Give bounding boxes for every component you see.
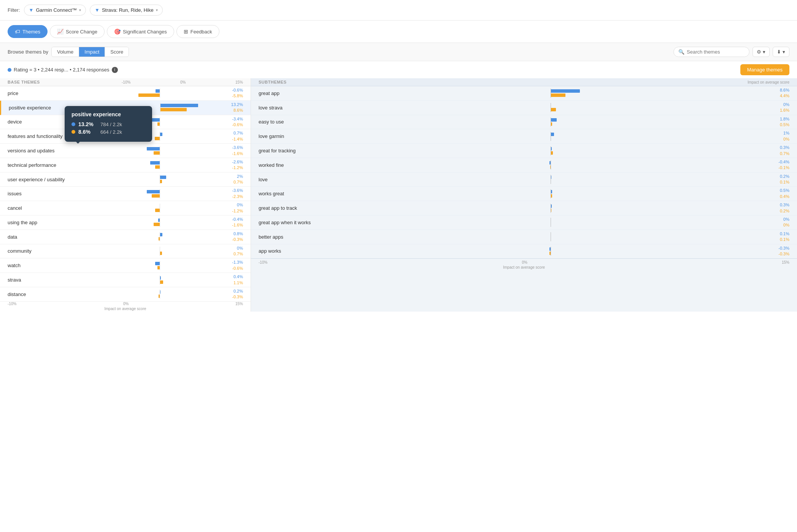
subtheme-row[interactable]: great app8.6%4.4% [251,86,797,101]
subtheme-score-values: 0.3%0.7% [767,145,789,157]
subtheme-name: love [259,177,335,182]
score-values: 0.8%-0.3% [220,231,243,243]
browse-tab-volume[interactable]: Volume [52,47,79,57]
subtheme-row[interactable]: love0.2%0.1% [251,173,797,187]
theme-name: technical performance [8,162,99,168]
filter-strava-btn[interactable]: ▼ Strava: Run, Ride, Hike ▾ [90,5,163,16]
right-axis-pos-bottom: 15% [782,260,789,264]
tooltip-row-1: 13.2% 784 / 2.2k [71,121,145,127]
theme-row[interactable]: using the app-0.4%-1.6% [0,215,251,230]
tab-feedback[interactable]: ⊞ Feedback [176,25,219,38]
left-axis-neg-bottom: -10% [8,302,16,306]
subtheme-name: love garmin [259,133,335,139]
score-orange: -0.6% [220,122,243,128]
axis-line [160,146,160,155]
left-bottom-axis: -10% 0% 15% [0,302,251,306]
theme-row[interactable]: data0.8%-0.3% [0,230,251,244]
tooltip-dot-blue [71,122,75,126]
subtheme-bar-area [335,146,767,156]
info-icon[interactable]: i [112,67,118,73]
search-box[interactable]: 🔍 [673,47,749,57]
bar-orange [152,194,160,198]
browse-tabs: Volume Impact Score [51,47,129,57]
subtheme-name: worked fine [259,162,335,168]
theme-row[interactable]: price-0.6%-5.8% [0,86,251,101]
score-orange: -0.6% [220,266,243,271]
theme-name: strava [8,277,99,283]
tooltip: positive experience 13.2% 784 / 2.2k 8.6… [65,106,152,142]
score-blue: -3.6% [220,145,243,150]
bar-orange [155,165,159,169]
significant-changes-icon: 🎯 [114,28,121,35]
feedback-icon: ⊞ [184,28,188,35]
subtheme-row[interactable]: app works-0.3%-0.3% [251,244,797,259]
axis-line [160,160,160,169]
bar-blue [147,190,160,193]
tooltip-dot-orange [71,130,75,134]
score-blue: 13.2% [220,102,243,108]
theme-name: community [8,248,99,254]
subtheme-name: love strava [259,105,335,111]
theme-row[interactable]: versions and updates-3.6%-1.6% [0,144,251,158]
axis-line [160,175,160,184]
score-values: 0.2%-0.3% [220,288,243,300]
theme-name: issues [8,191,99,196]
bar-area [99,217,220,228]
subtheme-row[interactable]: better apps0.1%0.1% [251,230,797,244]
theme-row[interactable]: issues-3.6%-2.3% [0,187,251,201]
left-axis-zero-bottom: 0% [123,302,129,306]
subtheme-row[interactable]: love strava0%1.6% [251,101,797,115]
browse-tab-score[interactable]: Score [105,47,129,57]
chevron-icon-1: ▾ [79,8,81,12]
manage-themes-btn[interactable]: Manage themes [740,64,789,75]
subtheme-row[interactable]: love garmin1%0% [251,129,797,144]
download-icon: ⬇ [777,49,781,55]
theme-row[interactable]: strava0.4%1.1% [0,273,251,287]
left-axis-pos-bottom: 15% [235,302,243,306]
search-icon: 🔍 [678,49,684,55]
main-content: BASE THEMES -10% 0% 15% positive experie… [0,78,797,312]
score-orange: -2.3% [220,194,243,200]
bar-blue [147,147,160,150]
axis-line [160,276,160,285]
subtheme-row[interactable]: great app when it works0%0% [251,215,797,230]
search-input[interactable] [687,49,745,55]
filter-garmin-label: Garmin Connect™ [36,7,77,13]
subtheme-row[interactable]: works great0.5%0.4% [251,187,797,201]
bar-blue [155,262,160,265]
subtheme-row[interactable]: easy to use1.8%0.5% [251,115,797,130]
theme-row[interactable]: community0%0.7% [0,244,251,259]
score-orange: -1.6% [220,151,243,157]
subtheme-row[interactable]: great for tracking0.3%0.7% [251,144,797,158]
score-orange: -1.4% [220,136,243,142]
subtheme-bar-area [335,203,767,214]
subtheme-bar-area [335,160,767,170]
tab-score-change[interactable]: 📈 Score Change [50,25,105,38]
tab-significant-changes[interactable]: 🎯 Significant Changes [107,25,174,38]
theme-row[interactable]: distance0.2%-0.3% [0,287,251,302]
axis-line [160,103,160,112]
score-blue: 0.4% [220,274,243,280]
tooltip-count-blue: 784 / 2.2k [100,122,122,127]
browse-tab-impact[interactable]: Impact [79,47,105,57]
subtheme-row[interactable]: worked fine-0.4%-0.1% [251,158,797,173]
tab-themes[interactable]: 🏷 Themes [8,25,48,38]
subtheme-row[interactable]: great app to track0.3%0.2% [251,201,797,215]
subtheme-name: easy to use [259,119,335,125]
settings-btn[interactable]: ⚙ ▾ [753,47,770,57]
download-btn[interactable]: ⬇ ▾ [773,47,789,57]
theme-row[interactable]: cancel0%-1.2% [0,201,251,215]
theme-row[interactable]: technical performance-2.6%-1.2% [0,158,251,173]
bar-orange [138,93,160,97]
bar-orange [155,209,159,212]
theme-row[interactable]: user experience / usability2%0.7% [0,173,251,187]
tooltip-row-2: 8.6% 664 / 2.2k [71,129,145,135]
stats-dot [8,68,11,72]
score-blue: 0.7% [220,130,243,136]
filter-garmin-btn[interactable]: ▼ Garmin Connect™ ▾ [24,5,86,16]
score-orange: -0.3% [220,294,243,300]
tab-themes-label: Themes [22,29,40,35]
funnel-icon-1: ▼ [29,7,34,13]
subtheme-score-values: 0%0% [767,217,789,228]
theme-row[interactable]: watch-1.3%-0.6% [0,258,251,273]
